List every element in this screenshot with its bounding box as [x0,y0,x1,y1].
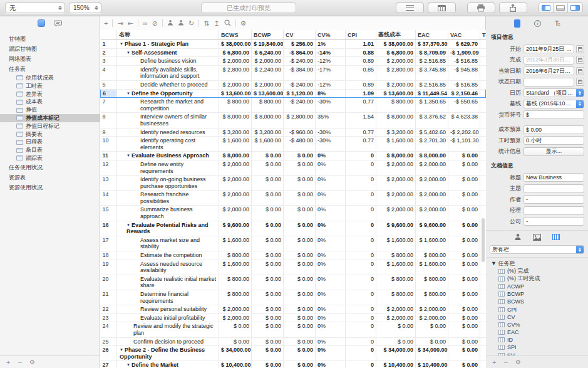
calendar-button[interactable] [576,56,584,64]
cv-cell[interactable]: $ 0.00 [284,152,316,160]
input-完成[interactable]: 2012年3月30日 下午5:00 [524,56,574,65]
eac-cell[interactable]: $ 800.00 [416,290,448,305]
vac-cell[interactable]: $ 0.00 [448,337,480,346]
sidebar-item-任务使用状况[interactable]: 任务使用状况 [0,162,100,172]
bcws-cell[interactable]: $ 2,000.00 [219,176,252,191]
bcws-cell[interactable]: $ 2,800.00 [219,65,252,80]
vac-cell[interactable]: $ 0.00 [448,290,480,305]
task-name-cell[interactable]: Estimate the competition [117,251,219,260]
bcwp-cell[interactable]: $ 0.00 [252,221,284,236]
row-number-cell[interactable]: 24 [101,322,117,337]
disclosure-triangle-icon[interactable]: ▼ [126,222,130,229]
vac-cell[interactable]: $ 0.00 [448,176,480,191]
input-开始[interactable]: 2011年9月25日 上午8:00 [524,45,574,53]
column-header-CPI[interactable]: CPI [346,30,376,40]
cpi-cell[interactable]: 0.85 [346,65,376,80]
row-number-cell[interactable]: 3 [101,57,117,66]
task-name-cell[interactable]: Summarize business approach [117,206,219,221]
cv-pct-cell[interactable]: 0% [316,322,346,337]
eac-cell[interactable]: $ 5,402.60 [416,128,448,137]
cv-cell[interactable]: $ 0.00 [284,313,316,322]
eac-cell[interactable]: $ 9,600.00 [416,221,448,236]
sort-icon[interactable]: ⇅ [204,20,209,27]
cv-cell[interactable]: $ 256.00 [284,40,316,49]
task-name-cell[interactable]: Research franchise possibilities [117,191,219,206]
bcws-cell[interactable]: $ 8,000.00 [219,152,252,160]
task-name-cell[interactable]: Identify available skills, information a… [117,65,219,80]
bcwp-cell[interactable]: $ 0.00 [252,322,284,337]
row-number-cell[interactable]: 25 [101,337,117,346]
columns-group[interactable]: ▼ 任务栏 [486,260,588,268]
select-基线[interactable]: 基线 (2015年10月13日 下午1:… [524,100,584,108]
tcpi-cell[interactable] [480,137,486,152]
baseline-cost-cell[interactable]: $ 800.00 [376,290,416,305]
eac-cell[interactable]: $ 2,000.00 [416,206,448,221]
cpi-cell[interactable]: 1.54 [346,113,376,128]
cv-cell[interactable]: $ 0.00 [284,361,316,368]
bcwp-cell[interactable]: $ 0.00 [252,313,284,322]
bcwp-cell[interactable]: $ 6,240.00 [252,48,284,57]
cpi-cell[interactable]: 1.01 [346,40,376,49]
vac-cell[interactable]: $ 0.00 [448,346,480,361]
column-header-BCWS[interactable]: BCWS [219,30,252,40]
eac-cell[interactable]: $ 8,000.00 [416,152,448,160]
view-settings-button[interactable]: ⚙ [29,359,35,365]
cv-cell[interactable]: -$ 864.00 [284,48,316,57]
cpi-cell[interactable]: 0 [346,260,376,275]
column-item-CPI[interactable]: CPI [486,305,588,313]
cpi-cell[interactable]: 0 [346,290,376,305]
baseline-cost-cell[interactable]: $ 6,800.00 [376,48,416,57]
bcwp-cell[interactable]: $ 0.00 [252,160,284,175]
bcws-cell[interactable]: $ 9,600.00 [219,221,252,236]
eac-cell[interactable]: $ 2,000.00 [416,313,448,322]
vac-cell[interactable]: -$ 516.85 [448,80,480,89]
tcpi-cell[interactable] [480,48,486,57]
column-header-TCPI[interactable]: TCPI [480,30,486,40]
baseline-cost-cell[interactable]: $ 2,000.00 [376,313,416,322]
vac-cell[interactable]: $ 0.00 [448,160,480,175]
tcpi-cell[interactable] [480,361,486,368]
unassign-resource-icon[interactable] [178,19,184,27]
bcws-cell[interactable]: $ 800.00 [219,275,252,290]
cv-cell[interactable]: $ 0.00 [284,322,316,337]
row-number-cell[interactable]: 20 [101,275,117,290]
table-scrollbar[interactable] [482,218,485,262]
column-item-SPI[interactable]: SPI [486,344,588,351]
columns-icon[interactable] [552,234,560,240]
row-number-cell[interactable]: 27 [101,361,117,368]
cpi-cell[interactable]: 0.88 [346,48,376,57]
cpi-cell[interactable]: 0 [346,191,376,206]
sidebar-item-跟踪表[interactable]: 跟踪表 [0,154,100,162]
tcpi-cell[interactable] [480,113,486,128]
baseline-cost-cell[interactable]: $ 800.00 [376,275,416,290]
cv-pct-cell[interactable]: 0% [316,361,346,368]
eac-cell[interactable]: $ 1,600.00 [416,236,448,251]
bcws-cell[interactable]: $ 2,000.00 [219,305,252,314]
cv-pct-cell[interactable]: 0% [316,251,346,260]
info-inspector-tab-icon[interactable]: i [534,20,541,27]
bcws-cell[interactable]: $ 8,000.00 [219,113,252,128]
bcwp-cell[interactable]: $ 1,600.00 [252,137,284,152]
bcwp-cell[interactable]: $ 2,000.00 [252,57,284,66]
task-name-cell[interactable]: Assess needed resource availability [117,260,219,275]
row-number-cell[interactable]: 15 [101,206,117,221]
filter-dropdown[interactable]: 无 [5,3,65,13]
sidebar-item-使用状况表[interactable]: 使用状况表 [0,74,100,82]
search-icon[interactable] [224,19,231,28]
bcws-cell[interactable]: $ 2,000.00 [219,313,252,322]
tcpi-cell[interactable] [480,290,486,305]
column-header-row-number[interactable] [101,30,117,40]
remove-column-button[interactable]: − [503,359,507,366]
baseline-cost-cell[interactable]: $ 2,000.00 [376,305,416,314]
bcws-cell[interactable]: $ 0.00 [219,337,252,346]
row-number-cell[interactable]: 19 [101,260,117,275]
row-number-cell[interactable]: 16 [101,221,117,236]
row-number-cell[interactable]: 5 [101,80,117,89]
task-name-cell[interactable]: Define new entity requirements [117,160,219,175]
cpi-cell[interactable]: 0 [346,160,376,175]
cpi-cell[interactable]: 0.89 [346,80,376,89]
cpi-cell[interactable]: 0.77 [346,137,376,152]
cv-pct-cell[interactable]: 1% [316,40,346,49]
row-number-cell[interactable]: 21 [101,290,117,305]
cv-pct-cell[interactable]: 0% [316,305,346,314]
